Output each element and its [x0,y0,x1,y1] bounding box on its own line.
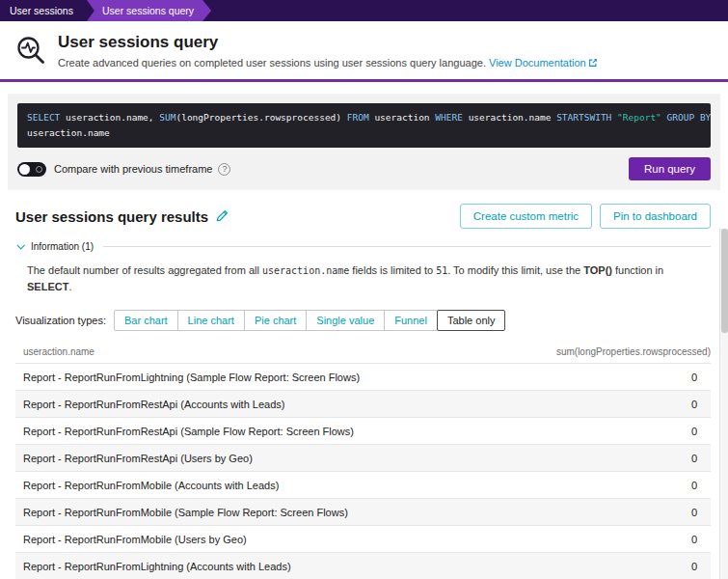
scrollbar-thumb[interactable] [721,229,728,333]
column-header-useraction-name: useraction.name [23,346,94,357]
viz-button-funnel[interactable]: Funnel [384,310,438,331]
results-section: User sessions query results Create custo… [0,190,728,579]
row-value: 0 [682,480,697,491]
compare-timeframe-toggle[interactable] [17,162,46,177]
brand-divider [0,79,728,82]
row-useraction-name: Report - ReportRunFromLightning (Account… [23,561,291,572]
query-panel: SELECT useraction.name, SUM(longProperti… [8,94,720,190]
table-row: Report - ReportRunFromMobile (Accounts w… [15,471,711,498]
table-row: Report - ReportRunFromRestApi (Accounts … [15,390,711,417]
results-table: useraction.name sum(longProperties.rowsp… [15,344,711,579]
table-header: useraction.name sum(longProperties.rowsp… [15,344,711,363]
breadcrumb-item-user-sessions-query[interactable]: User sessions query [87,0,211,21]
row-useraction-name: Report - ReportRunFromMobile (Accounts w… [23,480,279,491]
results-header: User sessions query results Create custo… [15,204,711,229]
row-useraction-name: Report - ReportRunFromMobile (Users by G… [23,534,247,545]
toggle-knob [19,164,30,175]
row-useraction-name: Report - ReportRunFromLightning (Sample … [23,372,360,383]
page-title: User sessions query [58,33,598,52]
viz-button-line-chart[interactable]: Line chart [177,310,245,331]
table-row: Report - ReportRunFromLightning (Account… [15,552,711,579]
chevron-down-icon [16,241,24,249]
table-row: Report - ReportRunFromRestApi (Users by … [15,444,711,471]
table-body: Report - ReportRunFromLightning (Sample … [15,363,711,579]
column-header-sum: sum(longProperties.rowsprocessed) [556,346,711,357]
viz-button-group: Bar chartLine chartPie chartSingle value… [114,310,506,331]
query-controls: Compare with previous timeframe ? Run qu… [17,157,711,180]
page-subtitle: Create advanced queries on completed use… [58,57,598,69]
view-documentation-link[interactable]: View Documentation [489,57,598,69]
page-header: User sessions query Create advanced quer… [0,21,728,79]
row-value: 0 [682,507,697,518]
row-value: 0 [682,372,697,383]
table-row: Report - ReportRunFromMobile (Sample Flo… [15,498,711,525]
information-toggle[interactable]: Information (1) [15,241,711,252]
results-title: User sessions query results [15,208,208,225]
table-row: Report - ReportRunFromRestApi (Sample Fl… [15,417,711,444]
viz-button-table-only[interactable]: Table only [437,310,506,331]
results-actions: Create custom metric Pin to dashboard [460,204,711,229]
compare-timeframe-label: Compare with previous timeframe [54,163,212,175]
row-value: 0 [682,426,697,437]
pencil-icon [216,210,229,225]
viz-button-pie-chart[interactable]: Pie chart [244,310,307,331]
visualization-label: Visualization types: [15,315,106,326]
create-custom-metric-button[interactable]: Create custom metric [460,204,592,229]
information-divider [103,246,711,247]
row-useraction-name: Report - ReportRunFromRestApi (Sample Fl… [23,426,354,437]
vertical-scrollbar[interactable] [719,229,728,579]
run-query-button[interactable]: Run query [629,157,711,180]
edit-title-button[interactable] [216,208,229,225]
user-session-query-icon [15,35,46,66]
breadcrumb-label: User sessions query [102,5,194,16]
info-message: The default number of results aggregated… [27,262,711,294]
row-useraction-name: Report - ReportRunFromRestApi (Users by … [23,453,253,464]
visualization-row: Visualization types: Bar chartLine chart… [15,310,711,331]
help-icon[interactable]: ? [218,163,230,176]
query-code[interactable]: SELECT useraction.name, SUM(longProperti… [17,103,711,148]
row-useraction-name: Report - ReportRunFromRestApi (Accounts … [23,399,284,410]
row-value: 0 [682,453,697,464]
breadcrumb-label: User sessions [10,5,73,16]
table-row: Report - ReportRunFromMobile (Users by G… [15,525,711,552]
row-value: 0 [682,534,697,545]
pin-to-dashboard-button[interactable]: Pin to dashboard [600,204,711,229]
viz-button-bar-chart[interactable]: Bar chart [114,310,178,331]
viz-button-single-value[interactable]: Single value [306,310,385,331]
breadcrumb-item-user-sessions[interactable]: User sessions [0,0,87,21]
information-label: Information (1) [31,241,94,252]
row-value: 0 [682,399,697,410]
row-value: 0 [682,561,697,572]
external-link-icon [588,58,598,69]
header-text: User sessions query Create advanced quer… [58,33,598,69]
toggle-ring [36,166,42,173]
table-row: Report - ReportRunFromLightning (Sample … [15,363,711,390]
row-useraction-name: Report - ReportRunFromMobile (Sample Flo… [23,507,348,518]
breadcrumb: User sessions User sessions query [0,0,728,21]
